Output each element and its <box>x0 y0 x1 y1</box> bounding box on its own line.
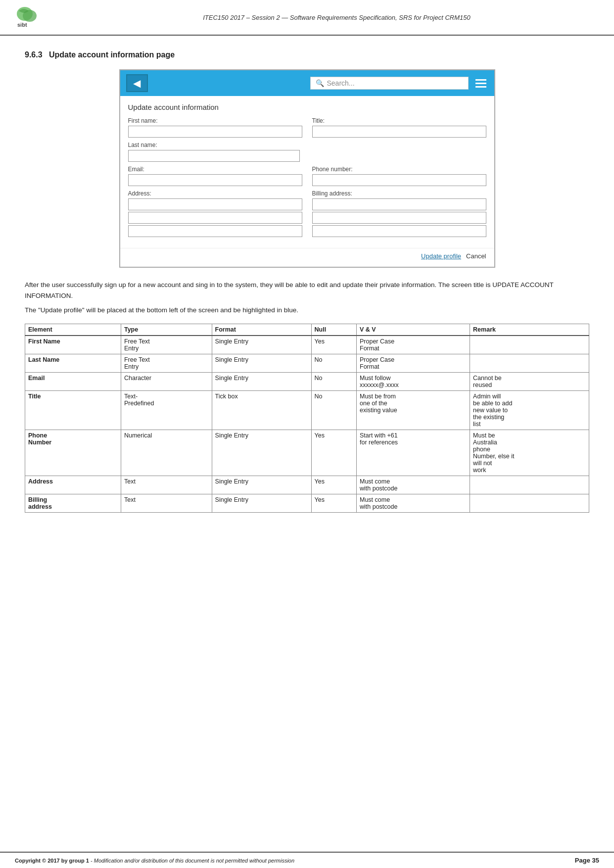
doc-title: ITEC150 2017 – Session 2 — Software Requ… <box>74 14 599 21</box>
cell-vv: Proper Case Format <box>357 336 470 354</box>
cell-format: Single Entry <box>212 494 311 512</box>
cell-remark <box>470 354 589 372</box>
footer-page: Page 35 <box>575 857 599 864</box>
cell-type: Text <box>121 476 212 494</box>
table-row: Billing addressTextSingle EntryYesMust c… <box>25 494 589 512</box>
phone-label: Phone number: <box>312 166 486 173</box>
billing-label: Billing address: <box>312 190 486 197</box>
email-input[interactable] <box>128 174 302 186</box>
first-name-label: First name: <box>128 117 302 124</box>
billing-input-3[interactable] <box>312 225 486 237</box>
form-row-addresses: Address: Billing address: <box>128 190 486 237</box>
form-row-email-phone: Email: Phone number: <box>128 166 486 186</box>
col-remark: Remark <box>470 324 589 336</box>
cell-type: Free Text Entry <box>121 336 212 354</box>
hamburger-line-3 <box>475 86 486 88</box>
cell-type: Free Text Entry <box>121 354 212 372</box>
cell-type: Text <box>121 494 212 512</box>
search-icon: 🔍 <box>316 79 324 87</box>
form-group-firstname: First name: <box>128 117 302 138</box>
email-label: Email: <box>128 166 302 173</box>
cell-format: Tick box <box>212 390 311 430</box>
form-row-name-title: First name: Title: <box>128 117 486 138</box>
cell-element: Title <box>25 390 121 430</box>
cell-vv: Must come with postcode <box>357 476 470 494</box>
form-group-billing: Billing address: <box>312 190 486 237</box>
logo: sibt <box>15 5 45 30</box>
cell-element: Email <box>25 372 121 390</box>
main-content: 9.6.3 Update account information page ◀ … <box>0 36 614 537</box>
search-placeholder: Search... <box>327 79 355 87</box>
cell-null: Yes <box>311 494 356 512</box>
back-button[interactable]: ◀ <box>126 74 148 92</box>
hamburger-line-1 <box>475 79 486 81</box>
doc-footer: Copyright © 2017 by group 1 - Modificati… <box>0 852 614 868</box>
phone-input[interactable] <box>312 174 486 186</box>
search-bar[interactable]: 🔍 Search... <box>310 77 469 90</box>
description-block: After the user successfully sign up for … <box>25 280 589 316</box>
cell-remark: Admin will be able to add new value to t… <box>470 390 589 430</box>
form-group-phone: Phone number: <box>312 166 486 186</box>
cell-remark: Must be Australia phone Number, else it … <box>470 430 589 476</box>
last-name-label: Last name: <box>128 142 300 148</box>
table-row: TitleText- PredefinedTick boxNoMust be f… <box>25 390 589 430</box>
form-group-email: Email: <box>128 166 302 186</box>
form-row-lastname: Last name: <box>128 142 486 162</box>
description-para-1: After the user successfully sign up for … <box>25 280 589 301</box>
col-type: Type <box>121 324 212 336</box>
cell-element: First Name <box>25 336 121 354</box>
table-row: EmailCharacterSingle EntryNoMust follow … <box>25 372 589 390</box>
address-inputs <box>128 198 302 237</box>
section-heading: 9.6.3 Update account information page <box>25 50 589 59</box>
table-header-row: Element Type Format Null V & V Remark <box>25 324 589 336</box>
cell-format: Single Entry <box>212 336 311 354</box>
cell-vv: Must follow xxxxxx@.xxxx <box>357 372 470 390</box>
logo-area: sibt <box>15 5 74 30</box>
cell-vv: Proper Case Format <box>357 354 470 372</box>
col-null: Null <box>311 324 356 336</box>
cell-null: Yes <box>311 336 356 354</box>
back-arrow-icon: ◀ <box>133 77 141 89</box>
table-row: Phone NumberNumericalSingle EntryYesStar… <box>25 430 589 476</box>
address-input-3[interactable] <box>128 225 302 237</box>
cell-type: Character <box>121 372 212 390</box>
form-group-lastname: Last name: <box>128 142 300 162</box>
cell-null: No <box>311 372 356 390</box>
col-element: Element <box>25 324 121 336</box>
address-input-1[interactable] <box>128 198 302 210</box>
update-profile-button[interactable]: Update profile <box>421 252 461 260</box>
cell-format: Single Entry <box>212 476 311 494</box>
address-label: Address: <box>128 190 302 197</box>
title-input[interactable] <box>312 126 486 138</box>
cell-null: Yes <box>311 476 356 494</box>
cell-element: Billing address <box>25 494 121 512</box>
hamburger-button[interactable] <box>473 77 488 90</box>
cell-type: Text- Predefined <box>121 390 212 430</box>
phone-top-bar: ◀ 🔍 Search... <box>120 70 494 96</box>
cell-null: No <box>311 354 356 372</box>
table-row: Last NameFree Text EntrySingle EntryNoPr… <box>25 354 589 372</box>
last-name-input[interactable] <box>128 150 300 162</box>
billing-input-1[interactable] <box>312 198 486 210</box>
cell-format: Single Entry <box>212 354 311 372</box>
billing-input-2[interactable] <box>312 212 486 224</box>
table-row: First NameFree Text EntrySingle EntryYes… <box>25 336 589 354</box>
address-input-2[interactable] <box>128 212 302 224</box>
phone-mockup: ◀ 🔍 Search... Update account information… <box>119 69 495 268</box>
cell-vv: Must be from one of the existing value <box>357 390 470 430</box>
footer-left: Copyright © 2017 by group 1 - Modificati… <box>15 858 294 864</box>
title-label: Title: <box>312 117 486 124</box>
svg-text:sibt: sibt <box>17 22 27 28</box>
cell-element: Phone Number <box>25 430 121 476</box>
cell-element: Last Name <box>25 354 121 372</box>
table-row: AddressTextSingle EntryYesMust come with… <box>25 476 589 494</box>
col-format: Format <box>212 324 311 336</box>
cell-element: Address <box>25 476 121 494</box>
cell-remark: Cannot be reused <box>470 372 589 390</box>
cell-format: Single Entry <box>212 372 311 390</box>
first-name-input[interactable] <box>128 126 302 138</box>
footer-subtitle: - Modification and/or distribution of th… <box>91 858 294 864</box>
cell-remark <box>470 476 589 494</box>
col-vv: V & V <box>357 324 470 336</box>
cancel-button[interactable]: Cancel <box>466 252 486 260</box>
